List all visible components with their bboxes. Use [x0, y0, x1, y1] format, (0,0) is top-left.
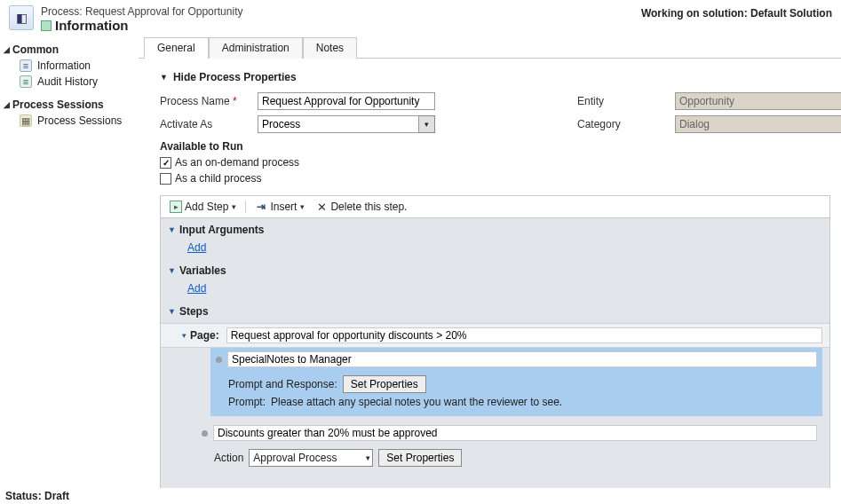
activate-as-select[interactable]: ▾: [258, 115, 435, 133]
tab-general[interactable]: General: [144, 37, 209, 59]
step-title-field[interactable]: [227, 351, 817, 367]
step-prompt-special-notes[interactable]: Prompt and Response: Set Properties Prom…: [210, 348, 822, 416]
audit-history-icon: ≡: [20, 75, 32, 88]
input-arguments-header[interactable]: ▼ Input Arguments: [161, 218, 829, 241]
add-step-icon: ▸: [170, 201, 182, 213]
prompt-label: Prompt:: [228, 396, 266, 408]
action-label: Action: [214, 452, 243, 464]
sidebar-group-common[interactable]: ◢ Common: [4, 42, 135, 58]
chevron-down-icon: ▾: [366, 453, 370, 462]
info-page-icon: ≡: [20, 59, 32, 72]
chevron-down-icon: ▼: [168, 307, 176, 316]
chevron-down-icon: ▼: [168, 225, 176, 234]
set-properties-button[interactable]: Set Properties: [343, 375, 426, 393]
on-demand-checkbox[interactable]: [160, 157, 171, 169]
solution-indicator: Working on solution: Default Solution: [641, 5, 832, 20]
chevron-down-icon: ▼: [168, 266, 176, 275]
variables-header[interactable]: ▼ Variables: [161, 259, 829, 282]
set-properties-button[interactable]: Set Properties: [378, 449, 462, 467]
add-variable-link[interactable]: Add: [161, 282, 829, 300]
page-description-field[interactable]: [226, 327, 822, 343]
category-field: [675, 115, 841, 133]
chevron-down-icon: ▾: [182, 331, 186, 340]
process-name-label: Process Name *: [160, 95, 240, 107]
process-sessions-icon: ▦: [20, 114, 32, 127]
add-step-button[interactable]: ▸ Add Step▾: [166, 199, 240, 215]
step-designer: ▸ Add Step▾ ⇥ Insert▾ ✕ Delete this step…: [160, 195, 830, 488]
caret-icon: ◢: [4, 45, 11, 54]
category-label: Category: [577, 118, 657, 130]
tab-administration[interactable]: Administration: [209, 37, 303, 59]
tab-notes[interactable]: Notes: [303, 37, 357, 59]
prompt-text: Please attach any special notes you want…: [271, 396, 562, 408]
sidebar-item-process-sessions[interactable]: ▦ Process Sessions: [4, 113, 135, 129]
step-action-approval[interactable]: Action Approval Process ▾ Set Properties: [196, 421, 822, 475]
designer-toolbar: ▸ Add Step▾ ⇥ Insert▾ ✕ Delete this step…: [161, 196, 829, 218]
step-title-field[interactable]: [213, 425, 817, 441]
sidebar-group-process-sessions[interactable]: ◢ Process Sessions: [4, 97, 135, 113]
bullet-icon: [216, 357, 222, 363]
page-step-row[interactable]: ▾ Page:: [161, 323, 829, 348]
tab-strip: General Administration Notes: [139, 36, 841, 59]
bullet-icon: [202, 430, 208, 437]
page-title: Information: [55, 18, 129, 33]
add-input-argument-link[interactable]: Add: [161, 241, 829, 259]
entity-label: Entity: [577, 95, 657, 107]
process-title: Process: Request Approval for Opportunit…: [41, 5, 242, 18]
header-bar: ◧ Process: Request Approval for Opportun…: [0, 0, 841, 36]
child-process-checkbox[interactable]: [160, 173, 171, 185]
insert-icon: ⇥: [255, 201, 267, 213]
page-label: Page:: [190, 329, 219, 342]
action-select[interactable]: Approval Process ▾: [249, 449, 373, 467]
delete-icon: ✕: [315, 201, 328, 213]
insert-button[interactable]: ⇥ Insert▾: [251, 199, 308, 215]
steps-header[interactable]: ▼ Steps: [161, 300, 829, 323]
chevron-down-icon[interactable]: ▾: [419, 115, 435, 133]
chevron-down-icon: ▼: [160, 73, 168, 82]
activate-as-label: Activate As: [160, 118, 240, 130]
information-icon: [41, 20, 52, 31]
hide-process-properties-toggle[interactable]: ▼ Hide Process Properties: [160, 71, 830, 83]
entity-field: [675, 92, 841, 110]
available-to-run-label: Available to Run: [160, 140, 830, 153]
status-bar: Status: Draft: [0, 488, 841, 504]
process-icon: ◧: [9, 5, 34, 30]
sidebar: ◢ Common ≡ Information ≡ Audit History ◢…: [0, 36, 139, 488]
delete-step-button[interactable]: ✕ Delete this step.: [312, 199, 410, 215]
main-scroll[interactable]: ▼ Hide Process Properties Process Name *…: [139, 59, 841, 488]
caret-icon: ◢: [4, 100, 11, 109]
sidebar-item-information[interactable]: ≡ Information: [4, 58, 135, 74]
process-name-field[interactable]: [258, 92, 435, 110]
sidebar-item-audit-history[interactable]: ≡ Audit History: [4, 74, 135, 90]
on-demand-label: As an on-demand process: [175, 156, 299, 169]
child-process-label: As a child process: [175, 172, 261, 185]
prompt-and-response-label: Prompt and Response:: [228, 378, 337, 390]
